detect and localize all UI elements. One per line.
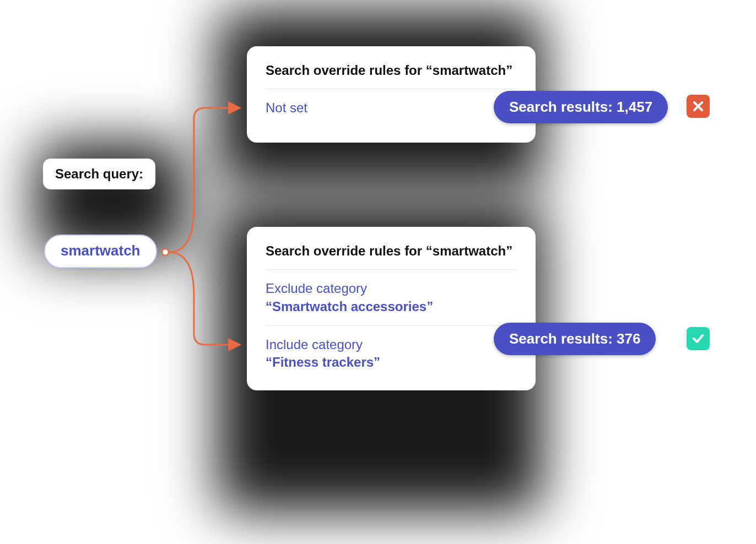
divider [266,269,517,270]
rule-include: Include category “Fitness trackers” [266,336,517,372]
svg-point-0 [162,249,169,255]
results-label: Search results: 376 [509,330,640,347]
rule-notset: Not set [266,99,517,117]
rule-exclude-value: “Smartwatch accessories” [266,299,433,314]
results-pill-bottom: Search results: 376 [494,323,656,355]
results-pill-top: Search results: 1,457 [494,91,668,123]
rules-card-top: Search override rules for “smartwatch” N… [247,46,536,143]
divider [266,325,517,326]
connector-arrows [161,97,249,356]
rules-card-title: Search override rules for “smartwatch” [266,242,517,259]
check-icon [687,327,710,350]
rule-exclude-prefix: Exclude category [266,281,367,296]
rule-exclude: Exclude category “Smartwatch accessories… [266,280,517,315]
rules-card-title: Search override rules for “smartwatch” [266,62,517,79]
search-query-label: Search query: [43,159,155,189]
rule-include-prefix: Include category [266,337,363,352]
search-query-value: smartwatch [61,242,141,259]
rules-card-bottom: Search override rules for “smartwatch” E… [247,227,536,390]
divider [266,89,517,89]
results-label: Search results: 1,457 [509,99,652,115]
diagram-stage: Search query: smartwatch Search override… [0,0,756,544]
search-query-label-text: Search query: [55,166,143,181]
rule-include-value: “Fitness trackers” [266,355,380,369]
search-query-pill: smartwatch [44,235,157,268]
x-icon [687,95,710,118]
